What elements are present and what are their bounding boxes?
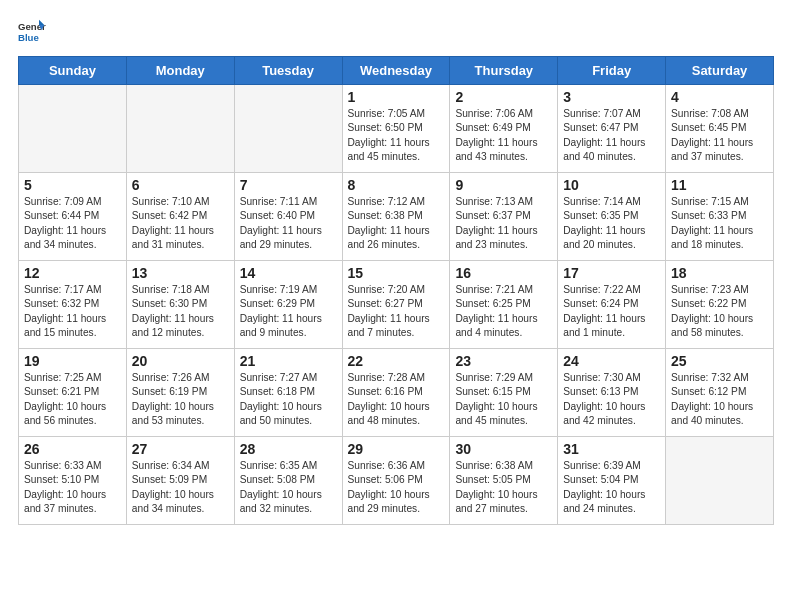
calendar-cell: 2Sunrise: 7:06 AM Sunset: 6:49 PM Daylig… xyxy=(450,85,558,173)
calendar-cell: 3Sunrise: 7:07 AM Sunset: 6:47 PM Daylig… xyxy=(558,85,666,173)
calendar-cell: 14Sunrise: 7:19 AM Sunset: 6:29 PM Dayli… xyxy=(234,261,342,349)
day-number: 29 xyxy=(348,441,445,457)
day-number: 2 xyxy=(455,89,552,105)
calendar: SundayMondayTuesdayWednesdayThursdayFrid… xyxy=(18,56,774,525)
day-number: 23 xyxy=(455,353,552,369)
day-info: Sunrise: 7:15 AM Sunset: 6:33 PM Dayligh… xyxy=(671,195,768,252)
calendar-cell: 13Sunrise: 7:18 AM Sunset: 6:30 PM Dayli… xyxy=(126,261,234,349)
calendar-cell: 11Sunrise: 7:15 AM Sunset: 6:33 PM Dayli… xyxy=(666,173,774,261)
calendar-cell: 17Sunrise: 7:22 AM Sunset: 6:24 PM Dayli… xyxy=(558,261,666,349)
day-info: Sunrise: 7:18 AM Sunset: 6:30 PM Dayligh… xyxy=(132,283,229,340)
day-number: 18 xyxy=(671,265,768,281)
day-number: 6 xyxy=(132,177,229,193)
calendar-cell: 19Sunrise: 7:25 AM Sunset: 6:21 PM Dayli… xyxy=(19,349,127,437)
calendar-cell: 10Sunrise: 7:14 AM Sunset: 6:35 PM Dayli… xyxy=(558,173,666,261)
day-number: 1 xyxy=(348,89,445,105)
day-info: Sunrise: 7:08 AM Sunset: 6:45 PM Dayligh… xyxy=(671,107,768,164)
logo: General Blue xyxy=(18,18,50,46)
day-info: Sunrise: 7:32 AM Sunset: 6:12 PM Dayligh… xyxy=(671,371,768,428)
calendar-cell: 1Sunrise: 7:05 AM Sunset: 6:50 PM Daylig… xyxy=(342,85,450,173)
day-info: Sunrise: 7:10 AM Sunset: 6:42 PM Dayligh… xyxy=(132,195,229,252)
day-number: 3 xyxy=(563,89,660,105)
day-number: 27 xyxy=(132,441,229,457)
day-info: Sunrise: 7:26 AM Sunset: 6:19 PM Dayligh… xyxy=(132,371,229,428)
day-header-wednesday: Wednesday xyxy=(342,57,450,85)
day-info: Sunrise: 7:13 AM Sunset: 6:37 PM Dayligh… xyxy=(455,195,552,252)
calendar-cell: 22Sunrise: 7:28 AM Sunset: 6:16 PM Dayli… xyxy=(342,349,450,437)
day-number: 28 xyxy=(240,441,337,457)
day-number: 13 xyxy=(132,265,229,281)
calendar-cell: 20Sunrise: 7:26 AM Sunset: 6:19 PM Dayli… xyxy=(126,349,234,437)
day-info: Sunrise: 6:38 AM Sunset: 5:05 PM Dayligh… xyxy=(455,459,552,516)
day-header-friday: Friday xyxy=(558,57,666,85)
day-header-saturday: Saturday xyxy=(666,57,774,85)
day-number: 21 xyxy=(240,353,337,369)
calendar-cell: 4Sunrise: 7:08 AM Sunset: 6:45 PM Daylig… xyxy=(666,85,774,173)
calendar-cell: 23Sunrise: 7:29 AM Sunset: 6:15 PM Dayli… xyxy=(450,349,558,437)
day-info: Sunrise: 7:17 AM Sunset: 6:32 PM Dayligh… xyxy=(24,283,121,340)
day-number: 17 xyxy=(563,265,660,281)
day-info: Sunrise: 7:25 AM Sunset: 6:21 PM Dayligh… xyxy=(24,371,121,428)
days-header-row: SundayMondayTuesdayWednesdayThursdayFrid… xyxy=(19,57,774,85)
day-info: Sunrise: 7:21 AM Sunset: 6:25 PM Dayligh… xyxy=(455,283,552,340)
calendar-cell: 15Sunrise: 7:20 AM Sunset: 6:27 PM Dayli… xyxy=(342,261,450,349)
day-number: 5 xyxy=(24,177,121,193)
week-row-4: 19Sunrise: 7:25 AM Sunset: 6:21 PM Dayli… xyxy=(19,349,774,437)
calendar-cell xyxy=(126,85,234,173)
day-info: Sunrise: 7:23 AM Sunset: 6:22 PM Dayligh… xyxy=(671,283,768,340)
week-row-3: 12Sunrise: 7:17 AM Sunset: 6:32 PM Dayli… xyxy=(19,261,774,349)
calendar-cell xyxy=(666,437,774,525)
day-number: 26 xyxy=(24,441,121,457)
day-info: Sunrise: 6:34 AM Sunset: 5:09 PM Dayligh… xyxy=(132,459,229,516)
day-number: 16 xyxy=(455,265,552,281)
day-info: Sunrise: 7:09 AM Sunset: 6:44 PM Dayligh… xyxy=(24,195,121,252)
day-info: Sunrise: 6:35 AM Sunset: 5:08 PM Dayligh… xyxy=(240,459,337,516)
day-info: Sunrise: 7:06 AM Sunset: 6:49 PM Dayligh… xyxy=(455,107,552,164)
day-number: 25 xyxy=(671,353,768,369)
calendar-cell: 25Sunrise: 7:32 AM Sunset: 6:12 PM Dayli… xyxy=(666,349,774,437)
svg-text:Blue: Blue xyxy=(18,32,39,43)
logo-icon: General Blue xyxy=(18,18,46,46)
calendar-cell: 29Sunrise: 6:36 AM Sunset: 5:06 PM Dayli… xyxy=(342,437,450,525)
calendar-cell: 5Sunrise: 7:09 AM Sunset: 6:44 PM Daylig… xyxy=(19,173,127,261)
day-info: Sunrise: 6:36 AM Sunset: 5:06 PM Dayligh… xyxy=(348,459,445,516)
calendar-cell: 30Sunrise: 6:38 AM Sunset: 5:05 PM Dayli… xyxy=(450,437,558,525)
day-info: Sunrise: 6:39 AM Sunset: 5:04 PM Dayligh… xyxy=(563,459,660,516)
day-info: Sunrise: 7:05 AM Sunset: 6:50 PM Dayligh… xyxy=(348,107,445,164)
calendar-cell: 24Sunrise: 7:30 AM Sunset: 6:13 PM Dayli… xyxy=(558,349,666,437)
day-number: 8 xyxy=(348,177,445,193)
day-number: 11 xyxy=(671,177,768,193)
calendar-cell: 6Sunrise: 7:10 AM Sunset: 6:42 PM Daylig… xyxy=(126,173,234,261)
calendar-cell xyxy=(234,85,342,173)
calendar-cell: 18Sunrise: 7:23 AM Sunset: 6:22 PM Dayli… xyxy=(666,261,774,349)
day-header-tuesday: Tuesday xyxy=(234,57,342,85)
calendar-cell: 28Sunrise: 6:35 AM Sunset: 5:08 PM Dayli… xyxy=(234,437,342,525)
day-info: Sunrise: 7:11 AM Sunset: 6:40 PM Dayligh… xyxy=(240,195,337,252)
day-number: 19 xyxy=(24,353,121,369)
week-row-2: 5Sunrise: 7:09 AM Sunset: 6:44 PM Daylig… xyxy=(19,173,774,261)
day-info: Sunrise: 7:14 AM Sunset: 6:35 PM Dayligh… xyxy=(563,195,660,252)
day-number: 12 xyxy=(24,265,121,281)
calendar-cell: 8Sunrise: 7:12 AM Sunset: 6:38 PM Daylig… xyxy=(342,173,450,261)
calendar-cell xyxy=(19,85,127,173)
day-number: 30 xyxy=(455,441,552,457)
day-header-sunday: Sunday xyxy=(19,57,127,85)
day-header-monday: Monday xyxy=(126,57,234,85)
week-row-1: 1Sunrise: 7:05 AM Sunset: 6:50 PM Daylig… xyxy=(19,85,774,173)
calendar-cell: 26Sunrise: 6:33 AM Sunset: 5:10 PM Dayli… xyxy=(19,437,127,525)
calendar-cell: 21Sunrise: 7:27 AM Sunset: 6:18 PM Dayli… xyxy=(234,349,342,437)
day-header-thursday: Thursday xyxy=(450,57,558,85)
calendar-cell: 27Sunrise: 6:34 AM Sunset: 5:09 PM Dayli… xyxy=(126,437,234,525)
day-info: Sunrise: 7:19 AM Sunset: 6:29 PM Dayligh… xyxy=(240,283,337,340)
calendar-cell: 7Sunrise: 7:11 AM Sunset: 6:40 PM Daylig… xyxy=(234,173,342,261)
day-info: Sunrise: 7:28 AM Sunset: 6:16 PM Dayligh… xyxy=(348,371,445,428)
day-number: 31 xyxy=(563,441,660,457)
day-number: 9 xyxy=(455,177,552,193)
day-info: Sunrise: 7:22 AM Sunset: 6:24 PM Dayligh… xyxy=(563,283,660,340)
calendar-cell: 12Sunrise: 7:17 AM Sunset: 6:32 PM Dayli… xyxy=(19,261,127,349)
day-info: Sunrise: 7:30 AM Sunset: 6:13 PM Dayligh… xyxy=(563,371,660,428)
day-info: Sunrise: 7:27 AM Sunset: 6:18 PM Dayligh… xyxy=(240,371,337,428)
day-number: 15 xyxy=(348,265,445,281)
day-number: 22 xyxy=(348,353,445,369)
day-info: Sunrise: 7:12 AM Sunset: 6:38 PM Dayligh… xyxy=(348,195,445,252)
